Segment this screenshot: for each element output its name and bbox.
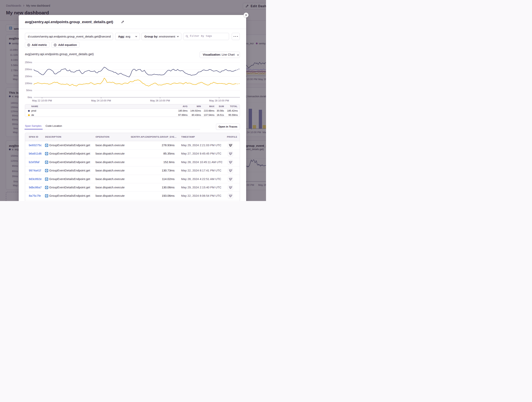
svg-text:May 28 10:00 PM: May 28 10:00 PM bbox=[209, 99, 229, 102]
svg-text:50ms: 50ms bbox=[26, 89, 32, 92]
svg-text:250ms: 250ms bbox=[25, 61, 32, 64]
svg-text:May 24 10:00 PM: May 24 10:00 PM bbox=[91, 99, 111, 102]
svg-text:150ms: 150ms bbox=[25, 75, 32, 78]
svg-text:100ms: 100ms bbox=[25, 82, 32, 85]
svg-text:200ms: 200ms bbox=[25, 68, 32, 71]
svg-text:May 26 10:00 PM: May 26 10:00 PM bbox=[150, 99, 170, 102]
svg-text:May 22 10:00 PM: May 22 10:00 PM bbox=[32, 99, 52, 102]
svg-text:0ms: 0ms bbox=[27, 96, 32, 99]
